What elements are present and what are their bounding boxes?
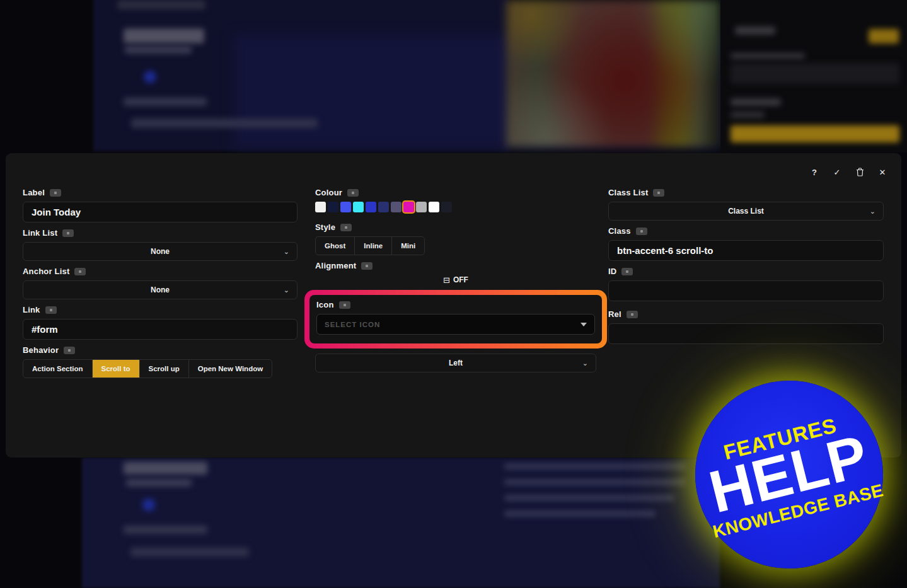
colour-swatch[interactable] [429,202,439,212]
link-list-value: None [151,247,170,256]
colour-swatch[interactable] [378,202,389,212]
dropdown-triangle-icon [581,323,587,326]
style-segmented-control: Ghost Inline Mini [315,236,425,255]
video-help-icon[interactable] [45,306,57,314]
label-input[interactable] [23,202,298,222]
video-help-icon[interactable] [621,268,633,275]
class-list-field-group: Class List Class List ⌄ [608,188,884,221]
style-label: Style [315,222,335,232]
chevron-down-icon: ⌄ [582,360,588,367]
anchor-list-value: None [151,285,170,294]
icon-section-highlight-annotation: Icon SELECT ICON [304,290,607,349]
help-icon[interactable]: ? [809,167,819,177]
alignment-off-toggle[interactable]: ⊟ OFF [315,272,596,288]
field-label: Link [23,305,298,314]
colour-swatch[interactable] [366,202,376,212]
video-help-icon[interactable] [74,268,86,275]
video-help-icon[interactable] [340,224,352,231]
background-blurred-button-yellow-wide [731,125,899,142]
field-label: Class List [608,188,884,197]
rel-field-group: Rel [608,309,884,344]
label-field-group: Label [23,188,298,222]
video-help-icon[interactable] [64,347,75,354]
link-list-select[interactable]: None ⌄ [23,242,298,261]
behavior-option-scroll-to[interactable]: Scroll to [92,360,139,378]
style-option-mini[interactable]: Mini [391,237,424,255]
select-icon-dropdown[interactable]: SELECT ICON [316,314,595,335]
alignment-label: Alignment [315,261,356,270]
video-help-icon[interactable] [636,228,647,235]
background-blurred-text [125,46,192,54]
icon-field-group: Icon SELECT ICON [309,295,602,343]
close-icon[interactable]: ✕ [877,167,887,177]
field-label: Link List [23,228,298,238]
video-help-icon[interactable] [50,189,61,197]
background-paragraph-line [504,463,686,470]
field-label: Anchor List [23,267,298,276]
background-blurred-text [126,479,192,487]
video-help-icon[interactable] [62,229,74,237]
badge-text: FEATURES HELP KNOWLEDGE BASE [693,407,886,541]
colour-swatch[interactable] [340,202,351,212]
class-list-select[interactable]: Class List ⌄ [608,202,884,221]
chevron-down-icon: ⌄ [284,248,289,255]
modal-toolbar: ? ✓ ✕ [809,167,887,177]
colour-swatch-row [315,202,596,212]
icon-position-value: Left [449,359,463,367]
check-icon[interactable]: ✓ [832,167,842,177]
behavior-segmented-control: Action Section Scroll to Scroll up Open … [23,359,272,378]
background-blurred-bar [117,0,205,9]
style-option-inline[interactable]: Inline [354,237,391,255]
colour-swatch[interactable] [441,202,452,212]
behavior-option-open-new-window[interactable]: Open New Window [188,360,272,378]
id-input[interactable] [608,280,884,301]
rel-input[interactable] [608,323,884,344]
colour-swatch[interactable] [391,202,402,212]
link-input[interactable] [23,319,298,340]
background-blurred-text [124,98,207,106]
class-input[interactable] [608,240,884,261]
style-option-ghost[interactable]: Ghost [316,237,354,255]
anchor-list-field-group: Anchor List None ⌄ [23,267,298,299]
modal-column-middle: Colour Style G [315,188,596,372]
video-help-icon[interactable] [361,262,373,270]
colour-swatch[interactable] [353,202,364,212]
style-field-group: Style Ghost Inline Mini [315,222,596,255]
behavior-option-action-section[interactable]: Action Section [23,360,92,378]
link-field-group: Link [23,305,298,340]
field-label: Rel [608,309,884,319]
colour-field-group: Colour [315,188,596,212]
background-blurred-input [731,63,899,84]
field-label: Style [315,222,596,232]
background-blurred-text [124,526,207,534]
video-help-icon[interactable] [627,311,638,318]
background-blurred-text [731,53,805,59]
help-knowledge-base-badge: FEATURES HELP KNOWLEDGE BASE [695,381,883,568]
video-help-icon[interactable] [347,189,359,197]
chevron-down-icon: ⌄ [284,287,289,294]
background-blurred-text [131,118,318,128]
background-blurred-dot [144,71,156,83]
colour-swatch[interactable] [403,202,414,212]
icon-position-select[interactable]: Left ⌄ [315,354,596,372]
video-help-icon[interactable] [653,189,664,197]
label-field-label: Label [23,188,45,197]
colour-swatch[interactable] [416,202,427,212]
field-label: Colour [315,188,596,197]
behavior-field-group: Behavior Action Section Scroll to Scroll… [23,345,298,378]
alignment-toggle-state: OFF [453,275,468,284]
background-paragraph-line [504,479,686,485]
colour-swatch[interactable] [315,202,326,212]
select-icon-placeholder: SELECT ICON [325,321,380,328]
link-list-field-group: Link List None ⌄ [23,228,298,261]
anchor-list-select[interactable]: None ⌄ [23,280,298,299]
background-blurred-text [735,26,775,35]
video-help-icon[interactable] [339,301,350,309]
trash-icon[interactable] [855,167,865,177]
field-label: Icon [316,300,595,309]
background-blurred-dot [142,499,155,511]
colour-swatch[interactable] [328,202,338,212]
anchor-list-label: Anchor List [23,267,69,276]
background-blurred-button [124,462,207,475]
behavior-option-scroll-up[interactable]: Scroll up [139,360,188,378]
